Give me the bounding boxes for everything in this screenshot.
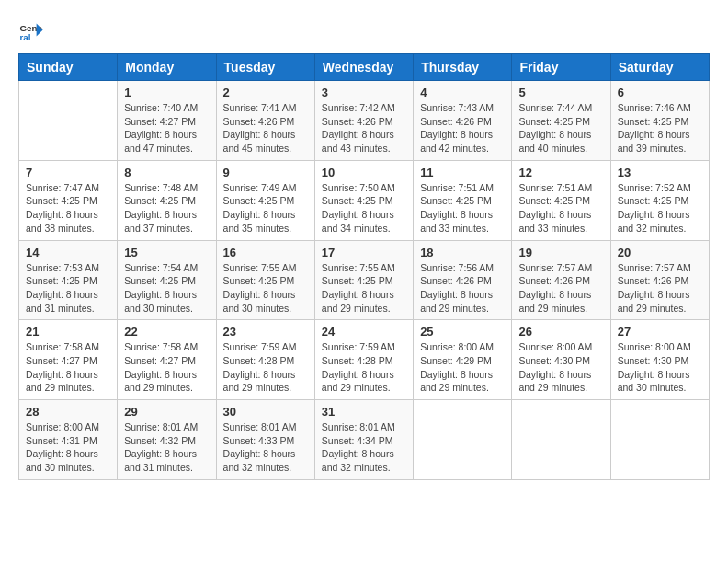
- day-number: 1: [124, 86, 209, 99]
- day-number: 31: [322, 405, 406, 419]
- day-info: Sunrise: 8:00 AM Sunset: 4:29 PM Dayligh…: [420, 340, 505, 395]
- day-number: 4: [420, 86, 505, 99]
- calendar-cell: 10Sunrise: 7:50 AM Sunset: 4:25 PM Dayli…: [314, 160, 413, 240]
- calendar-cell: 15Sunrise: 7:54 AM Sunset: 4:25 PM Dayli…: [118, 240, 216, 320]
- calendar-cell: 29Sunrise: 8:01 AM Sunset: 4:32 PM Dayli…: [118, 400, 216, 480]
- calendar-cell: 31Sunrise: 8:01 AM Sunset: 4:34 PM Dayli…: [314, 400, 413, 480]
- day-info: Sunrise: 7:57 AM Sunset: 4:26 PM Dayligh…: [618, 261, 702, 316]
- calendar-cell: 4Sunrise: 7:43 AM Sunset: 4:26 PM Daylig…: [414, 81, 512, 161]
- calendar-table: SundayMondayTuesdayWednesdayThursdayFrid…: [18, 53, 710, 480]
- day-number: 18: [420, 246, 505, 259]
- week-row-3: 14Sunrise: 7:53 AM Sunset: 4:25 PM Dayli…: [19, 240, 710, 320]
- day-info: Sunrise: 7:41 AM Sunset: 4:26 PM Dayligh…: [223, 101, 308, 155]
- calendar-cell: 20Sunrise: 7:57 AM Sunset: 4:26 PM Dayli…: [610, 240, 709, 320]
- weekday-header-tuesday: Tuesday: [216, 54, 314, 81]
- day-number: 5: [518, 86, 603, 99]
- day-number: 25: [420, 325, 505, 339]
- day-info: Sunrise: 7:53 AM Sunset: 4:25 PM Dayligh…: [26, 261, 110, 316]
- day-number: 19: [518, 246, 603, 259]
- day-info: Sunrise: 7:40 AM Sunset: 4:27 PM Dayligh…: [124, 101, 209, 155]
- day-info: Sunrise: 8:01 AM Sunset: 4:32 PM Dayligh…: [124, 420, 209, 475]
- day-number: 3: [322, 86, 406, 99]
- calendar-cell: [610, 400, 709, 480]
- day-info: Sunrise: 7:57 AM Sunset: 4:26 PM Dayligh…: [518, 261, 603, 316]
- calendar-cell: 30Sunrise: 8:01 AM Sunset: 4:33 PM Dayli…: [216, 400, 314, 480]
- calendar-cell: 25Sunrise: 8:00 AM Sunset: 4:29 PM Dayli…: [414, 320, 512, 400]
- day-number: 10: [322, 166, 406, 179]
- week-row-2: 7Sunrise: 7:47 AM Sunset: 4:25 PM Daylig…: [19, 160, 710, 240]
- calendar-cell: 16Sunrise: 7:55 AM Sunset: 4:25 PM Dayli…: [216, 240, 314, 320]
- calendar-cell: 14Sunrise: 7:53 AM Sunset: 4:25 PM Dayli…: [19, 240, 118, 320]
- calendar-cell: 23Sunrise: 7:59 AM Sunset: 4:28 PM Dayli…: [216, 320, 314, 400]
- calendar-cell: 17Sunrise: 7:55 AM Sunset: 4:25 PM Dayli…: [314, 240, 413, 320]
- calendar-cell: 24Sunrise: 7:59 AM Sunset: 4:28 PM Dayli…: [314, 320, 413, 400]
- day-info: Sunrise: 7:55 AM Sunset: 4:25 PM Dayligh…: [223, 261, 308, 316]
- day-number: 15: [124, 246, 209, 259]
- day-info: Sunrise: 8:01 AM Sunset: 4:34 PM Dayligh…: [322, 420, 406, 475]
- calendar-cell: 21Sunrise: 7:58 AM Sunset: 4:27 PM Dayli…: [19, 320, 118, 400]
- day-info: Sunrise: 8:00 AM Sunset: 4:31 PM Dayligh…: [26, 420, 110, 475]
- day-number: 11: [420, 166, 505, 179]
- day-info: Sunrise: 7:59 AM Sunset: 4:28 PM Dayligh…: [322, 340, 406, 395]
- day-info: Sunrise: 7:44 AM Sunset: 4:25 PM Dayligh…: [518, 101, 603, 155]
- calendar-cell: 22Sunrise: 7:58 AM Sunset: 4:27 PM Dayli…: [118, 320, 216, 400]
- day-number: 20: [618, 246, 702, 259]
- calendar-cell: 18Sunrise: 7:56 AM Sunset: 4:26 PM Dayli…: [414, 240, 512, 320]
- day-info: Sunrise: 7:49 AM Sunset: 4:25 PM Dayligh…: [223, 181, 308, 236]
- day-info: Sunrise: 7:55 AM Sunset: 4:25 PM Dayligh…: [322, 261, 406, 316]
- calendar-cell: [19, 81, 118, 161]
- calendar-cell: 9Sunrise: 7:49 AM Sunset: 4:25 PM Daylig…: [216, 160, 314, 240]
- calendar-cell: 8Sunrise: 7:48 AM Sunset: 4:25 PM Daylig…: [118, 160, 216, 240]
- calendar-cell: 7Sunrise: 7:47 AM Sunset: 4:25 PM Daylig…: [19, 160, 118, 240]
- day-info: Sunrise: 8:00 AM Sunset: 4:30 PM Dayligh…: [518, 340, 603, 395]
- day-number: 16: [223, 246, 308, 259]
- day-number: 27: [618, 325, 702, 339]
- calendar-cell: 3Sunrise: 7:42 AM Sunset: 4:26 PM Daylig…: [314, 81, 413, 161]
- calendar-cell: 12Sunrise: 7:51 AM Sunset: 4:25 PM Dayli…: [512, 160, 610, 240]
- calendar-cell: 26Sunrise: 8:00 AM Sunset: 4:30 PM Dayli…: [512, 320, 610, 400]
- day-info: Sunrise: 7:43 AM Sunset: 4:26 PM Dayligh…: [420, 101, 505, 155]
- day-info: Sunrise: 8:00 AM Sunset: 4:30 PM Dayligh…: [618, 340, 702, 395]
- calendar-body: 1Sunrise: 7:40 AM Sunset: 4:27 PM Daylig…: [19, 81, 710, 480]
- weekday-header-monday: Monday: [118, 54, 216, 81]
- week-row-4: 21Sunrise: 7:58 AM Sunset: 4:27 PM Dayli…: [19, 320, 710, 400]
- logo: Gene ral: [18, 18, 48, 44]
- calendar-cell: [414, 400, 512, 480]
- calendar-cell: [512, 400, 610, 480]
- day-number: 17: [322, 246, 406, 259]
- day-info: Sunrise: 7:58 AM Sunset: 4:27 PM Dayligh…: [124, 340, 209, 395]
- page-header: Gene ral: [18, 18, 710, 44]
- day-number: 2: [223, 86, 308, 99]
- calendar-cell: 28Sunrise: 8:00 AM Sunset: 4:31 PM Dayli…: [19, 400, 118, 480]
- calendar-cell: 11Sunrise: 7:51 AM Sunset: 4:25 PM Dayli…: [414, 160, 512, 240]
- day-number: 28: [26, 405, 110, 419]
- calendar-cell: 5Sunrise: 7:44 AM Sunset: 4:25 PM Daylig…: [512, 81, 610, 161]
- day-number: 12: [518, 166, 603, 179]
- day-number: 6: [618, 86, 702, 99]
- day-number: 23: [223, 325, 308, 339]
- week-row-5: 28Sunrise: 8:00 AM Sunset: 4:31 PM Dayli…: [19, 400, 710, 480]
- day-number: 22: [124, 325, 209, 339]
- svg-text:ral: ral: [19, 32, 30, 42]
- day-number: 29: [124, 405, 209, 419]
- day-info: Sunrise: 7:58 AM Sunset: 4:27 PM Dayligh…: [26, 340, 110, 395]
- day-info: Sunrise: 7:56 AM Sunset: 4:26 PM Dayligh…: [420, 261, 505, 316]
- day-number: 13: [618, 166, 702, 179]
- day-number: 8: [124, 166, 209, 179]
- weekday-header-sunday: Sunday: [19, 54, 118, 81]
- weekday-header-friday: Friday: [512, 54, 610, 81]
- logo-icon: Gene ral: [18, 18, 44, 44]
- weekday-header-thursday: Thursday: [414, 54, 512, 81]
- day-number: 30: [223, 405, 308, 419]
- day-info: Sunrise: 7:59 AM Sunset: 4:28 PM Dayligh…: [223, 340, 308, 395]
- day-info: Sunrise: 7:46 AM Sunset: 4:25 PM Dayligh…: [618, 101, 702, 155]
- day-info: Sunrise: 7:48 AM Sunset: 4:25 PM Dayligh…: [124, 181, 209, 236]
- calendar-cell: 1Sunrise: 7:40 AM Sunset: 4:27 PM Daylig…: [118, 81, 216, 161]
- day-number: 24: [322, 325, 406, 339]
- day-info: Sunrise: 8:01 AM Sunset: 4:33 PM Dayligh…: [223, 420, 308, 475]
- calendar-cell: 6Sunrise: 7:46 AM Sunset: 4:25 PM Daylig…: [610, 81, 709, 161]
- day-number: 14: [26, 246, 110, 259]
- calendar-header: SundayMondayTuesdayWednesdayThursdayFrid…: [19, 54, 710, 81]
- day-info: Sunrise: 7:51 AM Sunset: 4:25 PM Dayligh…: [420, 181, 505, 236]
- day-info: Sunrise: 7:54 AM Sunset: 4:25 PM Dayligh…: [124, 261, 209, 316]
